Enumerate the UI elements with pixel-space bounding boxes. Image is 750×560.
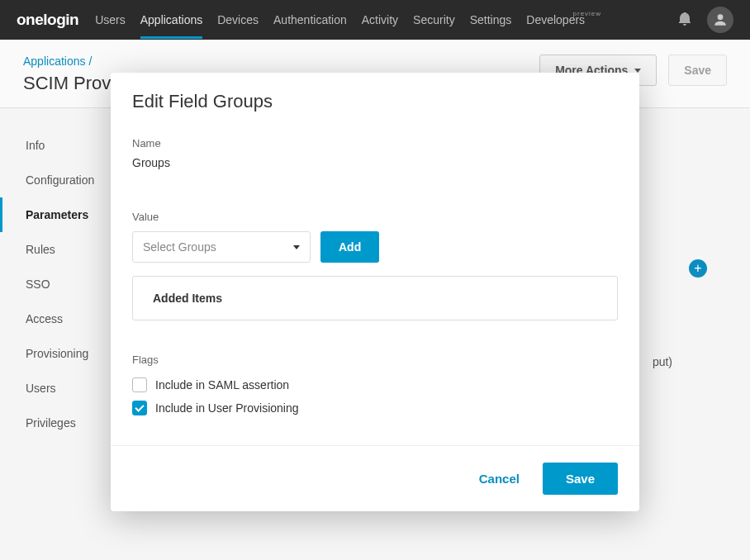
edit-field-groups-modal: Edit Field Groups Name Groups Value Sele… — [111, 73, 639, 511]
flag-saml-assertion: Include in SAML assertion — [132, 377, 618, 392]
flag-label: Include in User Provisioning — [155, 401, 299, 415]
value-row: Select Groups Add — [132, 231, 618, 263]
value-section: Value Select Groups Add Added Items — [132, 211, 618, 320]
chevron-down-icon — [293, 245, 300, 249]
modal-body: Name Groups Value Select Groups Add Adde… — [111, 137, 639, 445]
modal-title: Edit Field Groups — [111, 73, 639, 137]
cancel-button[interactable]: Cancel — [479, 472, 520, 486]
checkbox-saml-assertion[interactable] — [132, 377, 147, 392]
flags-section: Flags Include in SAML assertion Include … — [132, 354, 618, 415]
groups-select[interactable]: Select Groups — [132, 231, 311, 263]
modal-footer: Cancel Save — [111, 445, 639, 511]
value-label: Value — [132, 211, 618, 223]
added-items-box: Added Items — [132, 276, 618, 320]
name-label: Name — [132, 137, 618, 149]
name-section: Name Groups — [132, 137, 618, 169]
flag-user-provisioning: Include in User Provisioning — [132, 401, 618, 415]
checkbox-user-provisioning[interactable] — [132, 401, 147, 415]
save-button[interactable]: Save — [543, 463, 618, 495]
select-placeholder: Select Groups — [143, 240, 216, 254]
flag-label: Include in SAML assertion — [155, 378, 289, 392]
flags-label: Flags — [132, 354, 618, 366]
name-value: Groups — [132, 156, 618, 169]
add-group-button[interactable]: Add — [320, 231, 379, 263]
modal-overlay: Edit Field Groups Name Groups Value Sele… — [0, 0, 750, 560]
